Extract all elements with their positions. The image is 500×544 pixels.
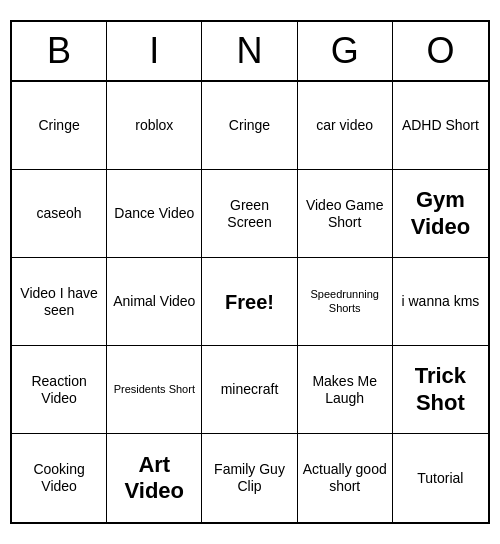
bingo-cell: Video I have seen (12, 258, 107, 346)
bingo-cell: Cringe (202, 82, 297, 170)
bingo-cell: Cooking Video (12, 434, 107, 522)
bingo-cell: Gym Video (393, 170, 488, 258)
bingo-cell: Presidents Short (107, 346, 202, 434)
bingo-cell: Speedrunning Shorts (298, 258, 393, 346)
bingo-cell: caseoh (12, 170, 107, 258)
bingo-cell: Actually good short (298, 434, 393, 522)
bingo-cell: Video Game Short (298, 170, 393, 258)
bingo-cell: Animal Video (107, 258, 202, 346)
bingo-grid: CringerobloxCringecar videoADHD Shortcas… (12, 82, 488, 522)
bingo-cell: car video (298, 82, 393, 170)
header-letter: G (298, 22, 393, 80)
bingo-cell: Family Guy Clip (202, 434, 297, 522)
bingo-cell: minecraft (202, 346, 297, 434)
bingo-cell: Tutorial (393, 434, 488, 522)
bingo-cell: Art Video (107, 434, 202, 522)
bingo-cell: Makes Me Laugh (298, 346, 393, 434)
bingo-header: BINGO (12, 22, 488, 82)
bingo-cell: Green Screen (202, 170, 297, 258)
bingo-card: BINGO CringerobloxCringecar videoADHD Sh… (10, 20, 490, 524)
bingo-cell: Trick Shot (393, 346, 488, 434)
header-letter: I (107, 22, 202, 80)
bingo-cell: i wanna kms (393, 258, 488, 346)
header-letter: N (202, 22, 297, 80)
header-letter: B (12, 22, 107, 80)
header-letter: O (393, 22, 488, 80)
bingo-cell: ADHD Short (393, 82, 488, 170)
bingo-cell: Reaction Video (12, 346, 107, 434)
bingo-cell: Cringe (12, 82, 107, 170)
bingo-cell: roblox (107, 82, 202, 170)
bingo-cell: Dance Video (107, 170, 202, 258)
bingo-cell: Free! (202, 258, 297, 346)
